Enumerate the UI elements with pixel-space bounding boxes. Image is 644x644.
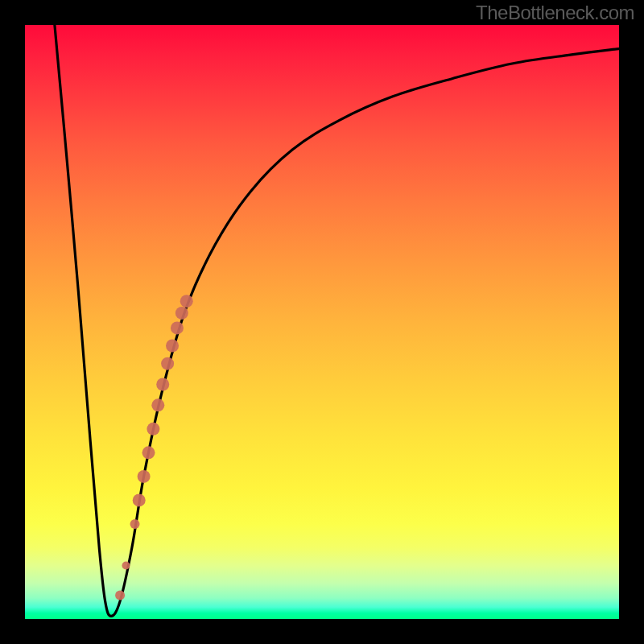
svg-point-0 [115,590,125,600]
highlight-dots [115,295,193,600]
svg-point-4 [138,470,151,483]
svg-point-13 [180,295,193,308]
watermark-text: TheBottleneck.com [476,2,634,24]
chart-svg [25,25,619,619]
svg-point-9 [161,357,174,370]
svg-point-3 [133,493,146,506]
svg-point-7 [151,398,164,411]
svg-point-8 [156,378,169,390]
plot-gradient-background [25,25,619,619]
svg-point-12 [175,307,188,320]
bottleneck-curve [55,25,619,616]
svg-point-11 [171,321,184,334]
svg-point-6 [147,423,159,436]
svg-point-5 [142,446,155,459]
svg-point-10 [166,340,179,353]
svg-point-2 [130,519,140,529]
svg-point-1 [122,562,130,570]
